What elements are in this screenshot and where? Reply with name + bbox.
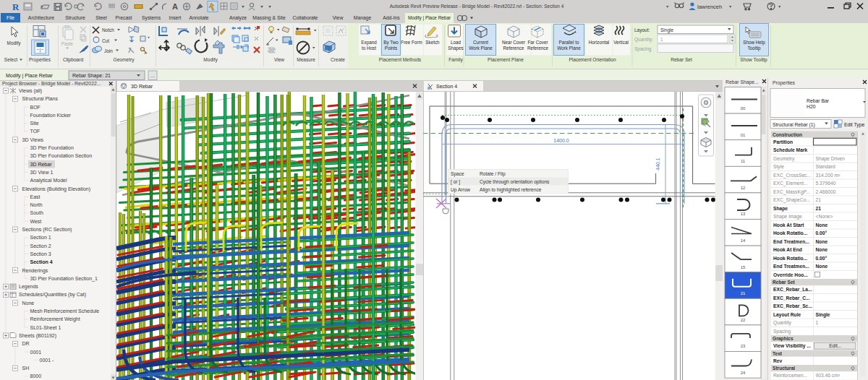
svg-text:Join: Join (104, 48, 113, 53)
svg-text:Single: Single (816, 312, 830, 318)
svg-text:Points: Points (385, 46, 398, 51)
svg-text:903.46 cm³: 903.46 cm³ (816, 373, 841, 378)
svg-text:Spacing: Spacing (773, 329, 791, 334)
svg-text:Reinforcemen...: Reinforcemen... (773, 373, 807, 378)
svg-text:Layout Rule: Layout Rule (773, 312, 801, 318)
svg-text:Section 3: Section 3 (30, 251, 51, 256)
svg-text:Clipboard: Clipboard (63, 57, 84, 63)
svg-text:Free Form: Free Form (401, 40, 422, 45)
svg-text:Parallel to: Parallel to (558, 40, 579, 45)
svg-text:Partition: Partition (773, 139, 793, 144)
svg-text:Cycle through orientation opti: Cycle through orientation options (480, 179, 550, 185)
svg-text:Schedule Mark: Schedule Mark (773, 147, 807, 152)
svg-text:Legends: Legends (19, 284, 38, 290)
svg-text:Cut: Cut (102, 38, 109, 43)
svg-text:0.00°: 0.00° (816, 256, 827, 261)
svg-text:Show Tooltip: Show Tooltip (740, 57, 767, 63)
svg-text:314.200 m²: 314.200 m² (816, 173, 841, 178)
svg-text:Rebar Set: Rebar Set (671, 57, 692, 62)
svg-text:EXC_CrossSec...: EXC_CrossSec... (773, 173, 811, 178)
svg-text:Hook Rotatio...: Hook Rotatio... (773, 256, 807, 261)
svg-text:Shape Driven: Shape Driven (816, 156, 846, 162)
svg-text:EXC_Rebar_C...: EXC_Rebar_C... (773, 295, 810, 301)
svg-text:Create: Create (331, 57, 345, 62)
svg-text:Analytical Model: Analytical Model (30, 178, 67, 183)
svg-text:Site: Site (30, 121, 39, 126)
svg-text:00: 00 (741, 106, 746, 111)
svg-text:Hook At Start: Hook At Start (773, 223, 804, 228)
svg-text:Reference: Reference (503, 46, 524, 51)
svg-text:Family: Family (448, 57, 463, 63)
svg-text:Rebar Set: Rebar Set (773, 280, 796, 285)
svg-text:SH: SH (22, 366, 30, 371)
svg-text:North: North (30, 202, 43, 207)
svg-text:Rebar Shape...: Rebar Shape... (726, 79, 759, 85)
svg-text:None: None (816, 239, 828, 244)
svg-text:None: None (816, 264, 828, 269)
svg-text:3D View 1: 3D View 1 (30, 170, 54, 175)
svg-text:Hook At End: Hook At End (773, 247, 802, 252)
svg-text:3D Views: 3D Views (22, 137, 44, 142)
svg-text:11: 11 (741, 159, 746, 163)
svg-text:12: 12 (741, 186, 746, 190)
svg-text:View: View (274, 57, 284, 62)
svg-text:Current: Current (473, 40, 488, 45)
svg-text:1: 1 (660, 37, 663, 42)
svg-text:Rebar Bar: Rebar Bar (807, 98, 830, 103)
svg-text:...: ... (150, 73, 155, 78)
svg-text:SL01-Sheet 1: SL01-Sheet 1 (30, 325, 61, 330)
svg-text:21: 21 (816, 197, 822, 202)
svg-text:Modify: Modify (203, 57, 218, 63)
svg-text:None: None (816, 247, 828, 252)
svg-text:Quantity: Quantity (773, 320, 792, 326)
svg-text:Quantity:: Quantity: (634, 37, 653, 43)
svg-text:3D Pier Foundation Section: 3D Pier Foundation Section (30, 153, 93, 158)
svg-text:21: 21 (741, 291, 746, 295)
svg-text:End Treatmen...: End Treatmen... (773, 264, 809, 269)
svg-text:Structural: Structural (773, 366, 795, 371)
svg-text:Section 1: Section 1 (30, 235, 51, 240)
svg-text:Edit...: Edit... (829, 343, 841, 348)
svg-text:13: 13 (741, 212, 746, 216)
svg-text:Placement Methods: Placement Methods (379, 57, 422, 62)
svg-text:West: West (30, 219, 42, 224)
svg-text:Modify: Modify (7, 40, 22, 46)
svg-text:None: None (22, 301, 35, 306)
svg-text:Expand: Expand (361, 40, 377, 46)
svg-text:Structural Rebar (1): Structural Rebar (1) (773, 122, 815, 128)
svg-text:Elevations (Building Elevation: Elevations (Building Elevation) (22, 186, 91, 192)
svg-text:TOF: TOF (30, 129, 41, 134)
svg-text:3D Pier Foundation Section_1: 3D Pier Foundation Section_1 (30, 276, 98, 282)
svg-text:Graphics: Graphics (773, 336, 793, 342)
svg-text:Edit Type: Edit Type (844, 122, 864, 128)
svg-text:Align to highlighted reference: Align to highlighted reference (480, 187, 542, 193)
svg-text:Paste: Paste (61, 41, 74, 46)
svg-text:Up Arrow: Up Arrow (451, 187, 470, 193)
svg-text:Sketch: Sketch (425, 40, 440, 45)
svg-text:0001: 0001 (30, 350, 42, 355)
svg-text:Rev: Rev (773, 358, 783, 363)
svg-text:Shape Image: Shape Image (773, 214, 802, 220)
svg-text:Override Hoo...: Override Hoo... (773, 272, 808, 277)
svg-text:0001 -: 0001 - (40, 358, 55, 363)
svg-text:3D Rebar: 3D Rebar (131, 84, 153, 89)
svg-text:South: South (30, 210, 43, 215)
svg-text:21: 21 (816, 206, 822, 211)
svg-text:2.466000: 2.466000 (816, 189, 836, 194)
svg-text:H20: H20 (807, 104, 816, 109)
svg-text:EXC_Rebar_La...: EXC_Rebar_La... (773, 287, 812, 292)
svg-text:<None>: <None> (816, 214, 833, 219)
svg-text:Vertical: Vertical (613, 40, 629, 45)
svg-text:Geometry: Geometry (114, 57, 135, 63)
svg-text:Modify | Place Rebar: Modify | Place Rebar (6, 73, 54, 79)
svg-text:Reinforcement Weight: Reinforcement Weight (30, 316, 80, 322)
svg-text:End Treatmen...: End Treatmen... (773, 239, 809, 244)
svg-text:Construction: Construction (773, 132, 802, 137)
svg-text:23: 23 (741, 344, 746, 348)
svg-text:Horizontal: Horizontal (589, 40, 609, 45)
svg-text:Views (all): Views (all) (19, 88, 42, 94)
svg-text:3D Pier Foundation: 3D Pier Foundation (30, 145, 74, 150)
svg-text:View Visibility ...: View Visibility ... (773, 343, 811, 349)
svg-text:Layout:: Layout: (634, 27, 650, 33)
svg-text:[ or ]: [ or ] (451, 179, 460, 185)
